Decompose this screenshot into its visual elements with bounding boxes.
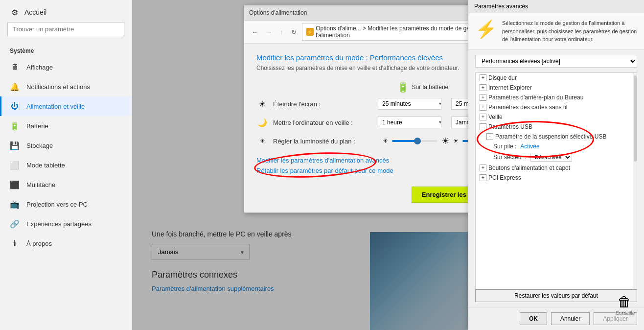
- usb-secteur-label: Sur secteur :: [493, 154, 527, 161]
- sidebar-item-batterie[interactable]: 🔋 Batterie: [0, 116, 132, 136]
- sidebar-item-multitache[interactable]: ⬛ Multitâche: [0, 175, 132, 194]
- sleep-icon: 🌙: [256, 117, 268, 128]
- brightness-label: Régler la luminosité du plan :: [273, 138, 378, 145]
- advanced-dialog: Paramètres avancés ⚡ Sélectionnez le mod…: [468, 0, 644, 330]
- multitache-icon: ⬛: [10, 180, 20, 189]
- adv-titlebar: Paramètres avancés: [468, 0, 644, 13]
- sidebar-item-apropos[interactable]: ℹ À propos: [0, 234, 132, 253]
- sidebar-item-label-experiences: Expériences partagées: [26, 220, 92, 228]
- recycle-bin-label: Corbeille: [615, 310, 634, 315]
- sidebar-item-alimentation[interactable]: ⏻ Alimentation et veille: [0, 96, 132, 116]
- tree-item-usb-suspension[interactable]: - Paramètre de la suspension sélective U…: [476, 132, 637, 141]
- restore-defaults-button[interactable]: Restaurer les valeurs par défaut: [475, 289, 637, 302]
- sidebar-item-stockage[interactable]: 💾 Stockage: [0, 136, 132, 155]
- expand-usb-suspension[interactable]: -: [486, 133, 493, 140]
- up-button[interactable]: ↑: [277, 27, 286, 37]
- tablette-icon: ⬜: [10, 160, 20, 170]
- alimentation-icon: ⏻: [10, 101, 20, 111]
- sidebar: ⚙ Accueil Système 🖥 Affichage 🔔 Notifica…: [0, 0, 132, 330]
- sleep-label: Mettre l'ordinateur en veille :: [273, 119, 373, 126]
- adv-plan-select[interactable]: Performances élevées [activé]: [475, 55, 637, 68]
- battery-header: 🔋 Sur la batterie: [397, 81, 449, 93]
- sidebar-item-projection[interactable]: 📺 Projection vers ce PC: [0, 194, 132, 214]
- usb-pile-value: Activée: [520, 143, 539, 150]
- sidebar-item-notifications[interactable]: 🔔 Notifications et actions: [0, 77, 132, 96]
- battery-label: Sur la batterie: [412, 84, 449, 91]
- tree-item-usb[interactable]: - Paramètres USB: [476, 122, 637, 132]
- brightness-sun-small: ☀: [383, 138, 388, 144]
- sidebar-item-affichage[interactable]: 🖥 Affichage: [0, 57, 132, 77]
- sidebar-header-label: Accueil: [24, 8, 46, 16]
- settings-icon: ⚙: [10, 7, 20, 17]
- refresh-button[interactable]: ↻: [289, 27, 299, 37]
- sidebar-item-label-batterie: Batterie: [26, 122, 48, 130]
- expand-pci[interactable]: +: [480, 174, 486, 181]
- nav-path-icon: ⚡: [306, 28, 314, 36]
- recycle-bin-icon: 🗑: [615, 294, 634, 310]
- usb-section: - Paramètres USB - Paramètre de la suspe…: [476, 122, 637, 163]
- brightness-low-icon: ☀: [256, 135, 268, 147]
- usb-pile-label: Sur pile :: [493, 143, 516, 150]
- adv-header-icon: ⚡: [475, 19, 497, 44]
- tree-item-arriere-plan[interactable]: + Paramètres d'arrière-plan du Bureau: [476, 93, 637, 102]
- adv-dropdown-row: Performances élevées [activé]: [475, 55, 637, 68]
- scrollbar-thumb[interactable]: [634, 75, 637, 162]
- sidebar-item-label-affichage: Affichage: [26, 64, 53, 71]
- sidebar-header[interactable]: ⚙ Accueil: [0, 0, 132, 22]
- screen-battery-select[interactable]: 25 minutes: [378, 98, 441, 110]
- expand-usb[interactable]: -: [480, 123, 486, 130]
- tree-item-pci[interactable]: + PCI Express: [476, 173, 637, 183]
- adv-tree: + Disque dur + Internet Explorer + Param…: [475, 72, 637, 290]
- screen-off-label: Éteindre l'écran :: [273, 100, 373, 108]
- ok-button[interactable]: OK: [520, 312, 547, 325]
- sidebar-item-label-apropos: À propos: [26, 240, 52, 247]
- affichage-icon: 🖥: [10, 62, 20, 72]
- cancel-button[interactable]: Annuler: [551, 312, 590, 325]
- sleep-battery-select-wrapper: 1 heure: [378, 117, 446, 128]
- batterie-icon: 🔋: [10, 121, 20, 131]
- tree-item-boutons[interactable]: + Boutons d'alimentation et capot: [476, 163, 637, 173]
- brightness-sun-small2: ☀: [453, 138, 459, 144]
- notifications-icon: 🔔: [10, 82, 20, 92]
- sidebar-item-tablette[interactable]: ⬜ Mode tablette: [0, 155, 132, 175]
- forward-button[interactable]: →: [263, 27, 275, 37]
- dialog-title-area: Options d'alimentation: [249, 9, 307, 16]
- expand-boutons[interactable]: +: [480, 165, 486, 171]
- expand-ie[interactable]: +: [480, 84, 486, 91]
- usb-secteur-select[interactable]: Désactivée Activée: [530, 153, 572, 162]
- expand-arriere[interactable]: +: [480, 94, 486, 101]
- search-input[interactable]: [7, 22, 124, 36]
- tree-item-veille[interactable]: + Veille: [476, 112, 637, 122]
- recycle-bin[interactable]: 🗑 Corbeille: [615, 294, 634, 315]
- adv-title: Paramètres avancés: [474, 3, 528, 10]
- circle-annotation-link: [253, 149, 377, 180]
- sleep-battery-select[interactable]: 1 heure: [378, 117, 441, 128]
- battery-icon: 🔋: [397, 81, 409, 93]
- expand-veille[interactable]: +: [480, 114, 486, 120]
- sidebar-item-label-stockage: Stockage: [26, 142, 53, 149]
- dialog-title: Options d'alimentation: [249, 9, 307, 16]
- sidebar-item-label-alimentation: Alimentation et veille: [26, 103, 85, 110]
- sidebar-item-label-multitache: Multitâche: [26, 181, 55, 189]
- tree-item-internet-explorer[interactable]: + Internet Explorer: [476, 83, 637, 93]
- tree-item-usb-pile[interactable]: Sur pile : Activée: [476, 141, 637, 151]
- sidebar-item-label-tablette: Mode tablette: [26, 162, 65, 169]
- adv-header-text: Sélectionnez le mode de gestion de l'ali…: [502, 19, 637, 44]
- scrollbar-track[interactable]: [633, 73, 637, 289]
- experiences-icon: 🔗: [10, 219, 20, 229]
- tree-item-disque-dur[interactable]: + Disque dur: [476, 73, 637, 83]
- tree-item-cartes-sans-fil[interactable]: + Paramètres des cartes sans fil: [476, 102, 637, 112]
- expand-disque-dur[interactable]: +: [480, 74, 486, 81]
- brightness-sun-big: ☀: [441, 136, 449, 146]
- apropos-icon: ℹ: [10, 238, 20, 248]
- expand-cartes[interactable]: +: [480, 104, 486, 111]
- screen-icon: ☀: [256, 98, 268, 110]
- back-button[interactable]: ←: [249, 27, 260, 37]
- screen-battery-select-wrapper: 25 minutes: [378, 98, 446, 110]
- slider-track-battery[interactable]: [392, 140, 437, 142]
- sidebar-item-label-projection: Projection vers ce PC: [26, 201, 88, 208]
- sidebar-item-label-notifications: Notifications et actions: [26, 83, 90, 91]
- sidebar-item-experiences[interactable]: 🔗 Expériences partagées: [0, 214, 132, 234]
- tree-item-usb-secteur[interactable]: Sur secteur : Désactivée Activée: [476, 151, 637, 163]
- stockage-icon: 💾: [10, 141, 20, 150]
